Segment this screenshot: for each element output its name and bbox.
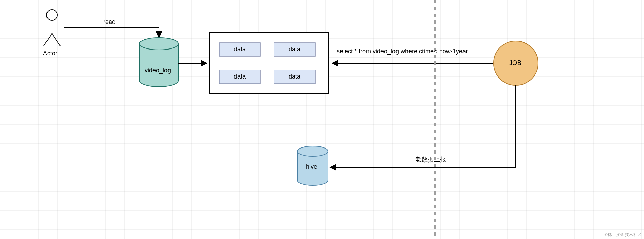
data-cell-label: data bbox=[234, 73, 246, 80]
svg-rect-7 bbox=[209, 32, 329, 93]
svg-point-5 bbox=[139, 38, 178, 50]
data-box bbox=[209, 32, 329, 93]
edge-job-to-hive bbox=[330, 85, 516, 167]
actor-label: Actor bbox=[43, 50, 57, 57]
db-video-log-label: video_log bbox=[145, 67, 171, 74]
job-label: JOB bbox=[509, 59, 521, 67]
db-hive-label: hive bbox=[306, 163, 317, 170]
svg-line-4 bbox=[52, 33, 60, 46]
data-cell-label: data bbox=[289, 46, 300, 53]
actor-icon bbox=[41, 10, 63, 46]
edge-read bbox=[64, 27, 159, 38]
watermark: ©稀土掘金技术社区 bbox=[605, 232, 642, 238]
svg-line-3 bbox=[44, 33, 52, 46]
edge-read-label: read bbox=[103, 18, 116, 26]
svg-point-10 bbox=[297, 146, 328, 156]
edge-report-label: 老数据上报 bbox=[415, 155, 446, 164]
diagram-canvas bbox=[0, 0, 644, 239]
data-cell-label: data bbox=[289, 73, 300, 80]
edge-query-label: select * from video_log where ctime< now… bbox=[337, 48, 468, 55]
svg-point-0 bbox=[46, 10, 57, 20]
db-video-log bbox=[139, 38, 178, 87]
data-cell-label: data bbox=[234, 46, 246, 53]
